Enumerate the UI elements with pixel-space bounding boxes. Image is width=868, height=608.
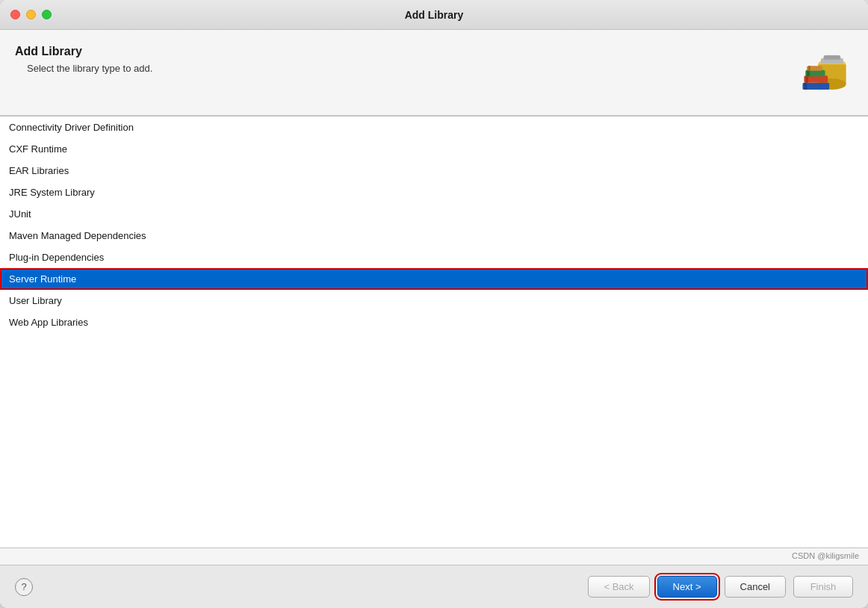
svg-rect-10 <box>807 70 810 76</box>
title-bar: Add Library <box>0 0 868 30</box>
svg-rect-8 <box>805 75 808 82</box>
help-button[interactable]: ? <box>15 578 33 596</box>
cancel-button[interactable]: Cancel <box>725 576 786 598</box>
header-section: Add Library Select the library type to a… <box>0 30 868 116</box>
traffic-lights <box>10 10 52 19</box>
list-item[interactable]: Maven Managed Dependencies <box>0 225 868 246</box>
library-icon <box>797 45 853 103</box>
list-item[interactable]: Plug-in Dependencies <box>0 246 868 268</box>
list-item[interactable]: Server Runtime <box>0 268 868 290</box>
dialog-subtitle: Select the library type to add. <box>27 63 152 74</box>
back-button[interactable]: < Back <box>588 576 649 598</box>
next-button[interactable]: Next > <box>657 576 717 598</box>
help-icon: ? <box>21 581 26 592</box>
window: Add Library Add Library Select the libra… <box>0 0 868 608</box>
close-button[interactable] <box>10 10 20 19</box>
watermark: CSDN @kiligsmile <box>0 548 868 565</box>
list-item[interactable]: CXF Runtime <box>0 138 868 160</box>
maximize-button[interactable] <box>42 10 52 19</box>
library-icon-svg <box>797 45 853 101</box>
minimize-button[interactable] <box>26 10 36 19</box>
list-item[interactable]: JUnit <box>0 203 868 225</box>
list-item[interactable]: Web App Libraries <box>0 311 868 333</box>
content-area: Add Library Select the library type to a… <box>0 30 868 565</box>
footer: ? < Back Next > Cancel Finish <box>0 565 868 608</box>
svg-rect-12 <box>808 66 810 71</box>
dialog-title: Add Library <box>15 45 152 58</box>
footer-right: < Back Next > Cancel Finish <box>588 576 853 598</box>
library-list[interactable]: Connectivity Driver DefinitionCXF Runtim… <box>0 116 868 548</box>
list-item[interactable]: EAR Libraries <box>0 160 868 182</box>
svg-rect-4 <box>824 55 841 60</box>
list-item[interactable]: User Library <box>0 290 868 311</box>
finish-button[interactable]: Finish <box>793 576 853 598</box>
list-item[interactable]: JRE System Library <box>0 182 868 203</box>
footer-left: ? <box>15 578 33 596</box>
window-title: Add Library <box>405 9 464 21</box>
header-text: Add Library Select the library type to a… <box>15 45 152 74</box>
svg-rect-6 <box>804 83 807 90</box>
list-item[interactable]: Connectivity Driver Definition <box>0 117 868 138</box>
